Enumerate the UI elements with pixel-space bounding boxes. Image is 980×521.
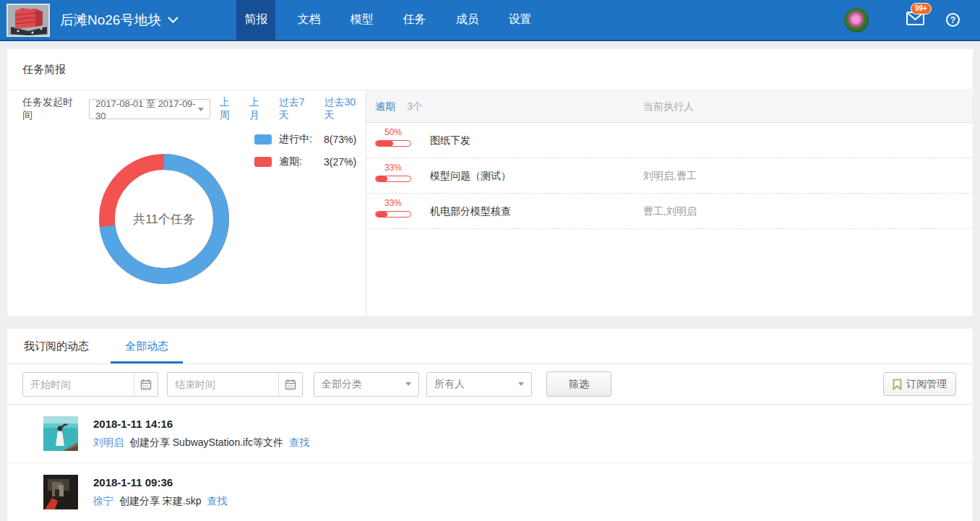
calendar-icon <box>285 379 296 390</box>
message-count-badge: 99+ <box>911 3 932 14</box>
progress-fill <box>376 141 393 146</box>
task-name[interactable]: 图纸下发 <box>430 123 470 158</box>
subscription-manage-label: 订阅管理 <box>906 378 947 391</box>
activity-find-link[interactable]: 查找 <box>207 495 227 507</box>
activity-filter-row: 全部分类 所有人 筛选 订阅管理 <box>7 364 973 405</box>
avatar-photo-dark <box>43 475 78 509</box>
tab-my-subscribed-activity[interactable]: 我订阅的动态 <box>22 329 90 363</box>
task-assignee: 曹工,刘明启 <box>643 194 697 229</box>
end-time-input[interactable] <box>168 379 278 390</box>
activity-row: 2018-1-11 14:16 刘明启 创建分享 SubwayStation.i… <box>7 405 973 463</box>
progress-fill <box>376 176 387 181</box>
tab-tasks[interactable]: 任务 <box>395 0 434 40</box>
chevron-down-icon <box>168 17 179 23</box>
project-switcher[interactable]: 后滩No26号地块 <box>60 11 179 30</box>
progress-bar <box>375 176 411 182</box>
person-select-value: 所有人 <box>434 378 465 391</box>
chart-legend: 进行中: 8(73%) 逾期: 3(27%) <box>254 133 356 178</box>
tab-all-activity[interactable]: 全部动态 <box>111 329 183 363</box>
building-thumbnail-icon <box>8 5 48 35</box>
project-name: 后滩No26号地块 <box>60 11 161 30</box>
start-time-input[interactable] <box>23 379 134 390</box>
progress-fill <box>376 212 387 217</box>
legend-value: 3(27%) <box>324 156 356 168</box>
quick-link-last-month[interactable]: 上月 <box>249 96 270 122</box>
caret-down-icon <box>405 382 411 386</box>
progress-bar <box>375 140 411 147</box>
tab-brief[interactable]: 简报 <box>236 0 275 40</box>
task-name[interactable]: 模型问题（测试） <box>430 158 511 194</box>
task-brief-card: 任务简报 任务发起时间 2017-08-01 至 2017-09-30 上周 上… <box>7 49 973 316</box>
activity-content: 2018-1-11 14:16 刘明启 创建分享 SubwayStation.i… <box>93 416 309 462</box>
overdue-count: 3个 <box>407 100 423 113</box>
task-donut-chart: 共11个任务 <box>92 147 236 291</box>
task-progress: 33% <box>375 194 411 228</box>
donut-center-label: 共11个任务 <box>92 147 236 291</box>
activity-user-link[interactable]: 徐宁 <box>93 495 113 507</box>
quick-link-past-7-days[interactable]: 过去7天 <box>279 96 315 122</box>
bookmark-icon <box>893 379 902 390</box>
start-time-field <box>22 372 158 397</box>
calendar-icon <box>140 379 152 390</box>
task-progress: 50% <box>375 123 411 158</box>
task-assignee: 刘明启,曹工 <box>643 158 697 194</box>
caret-down-icon <box>198 108 204 111</box>
tab-models[interactable]: 模型 <box>342 0 381 40</box>
legend-item-inprogress: 进行中: 8(73%) <box>254 133 356 146</box>
activity-timestamp: 2018-1-11 14:16 <box>93 418 309 430</box>
legend-label: 进行中: <box>279 133 324 146</box>
activity-row: 2018-1-11 09:36 徐宁 创建分享 宋建.skp 查找 <box>7 463 973 521</box>
filter-button[interactable]: 筛选 <box>546 371 611 397</box>
task-row[interactable]: 33% 模型问题（测试） 刘明启,曹工 <box>366 158 973 194</box>
topbar-right: 99+ ? <box>844 8 960 33</box>
task-row[interactable]: 33% 机电部分模型核查 曹工,刘明启 <box>366 194 973 229</box>
overdue-tab[interactable]: 逾期 <box>375 100 395 113</box>
end-time-field <box>167 372 303 397</box>
help-icon[interactable]: ? <box>946 13 960 27</box>
legend-swatch-blue <box>254 134 272 145</box>
person-select[interactable]: 所有人 <box>426 372 532 397</box>
activity-card: 我订阅的动态 全部动态 <box>7 329 973 521</box>
topbar: 后滩No26号地块 简报 文档 模型 任务 成员 设置 99+ ? <box>0 0 980 41</box>
avatar-photo-beach <box>43 416 78 451</box>
overdue-tasks-panel: 逾期 3个 当前执行人 50% 图纸下发 33% 模型问题（测试） 刘明启,曹 <box>366 91 973 316</box>
quick-link-last-week[interactable]: 上周 <box>220 96 240 122</box>
activity-find-link[interactable]: 查找 <box>289 436 309 448</box>
category-select[interactable]: 全部分类 <box>314 372 419 397</box>
quick-link-past-30-days[interactable]: 过去30天 <box>324 96 366 122</box>
activity-timestamp: 2018-1-11 09:36 <box>93 476 227 488</box>
task-brief-title: 任务简报 <box>7 49 973 90</box>
activity-avatar[interactable] <box>43 475 78 509</box>
progress-percent-label: 33% <box>384 198 402 208</box>
progress-bar <box>375 211 411 218</box>
activity-action: 创建分享 宋建.skp <box>119 495 202 507</box>
subscription-manage-button[interactable]: 订阅管理 <box>883 372 956 396</box>
activity-text: 徐宁 创建分享 宋建.skp 查找 <box>93 495 227 508</box>
project-logo[interactable] <box>7 4 50 37</box>
activity-user-link[interactable]: 刘明启 <box>93 436 124 448</box>
task-name[interactable]: 机电部分模型核查 <box>430 194 511 229</box>
legend-swatch-red <box>254 157 272 167</box>
start-calendar-button[interactable] <box>134 373 158 396</box>
user-avatar[interactable] <box>844 8 869 33</box>
caret-down-icon <box>518 382 524 386</box>
end-calendar-button[interactable] <box>278 373 302 396</box>
task-progress: 33% <box>375 158 411 193</box>
tab-settings[interactable]: 设置 <box>500 0 539 40</box>
date-range-dropdown[interactable]: 2017-08-01 至 2017-09-30 <box>89 99 210 119</box>
legend-item-overdue: 逾期: 3(27%) <box>254 155 356 168</box>
task-chart-panel: 任务发起时间 2017-08-01 至 2017-09-30 上周 上月 过去7… <box>7 91 366 316</box>
main-nav: 简报 文档 模型 任务 成员 设置 <box>236 0 553 40</box>
tab-documents[interactable]: 文档 <box>289 0 328 40</box>
task-row[interactable]: 50% 图纸下发 <box>366 123 973 158</box>
progress-percent-label: 50% <box>384 127 402 137</box>
legend-label: 逾期: <box>279 155 324 168</box>
activity-avatar[interactable] <box>43 416 78 451</box>
progress-percent-label: 33% <box>384 163 402 173</box>
overdue-panel-header: 逾期 3个 当前执行人 <box>366 91 973 123</box>
tab-members[interactable]: 成员 <box>447 0 486 40</box>
legend-value: 8(73%) <box>324 134 356 145</box>
date-range-value: 2017-08-01 至 2017-09-30 <box>95 98 198 121</box>
task-date-filter-row: 任务发起时间 2017-08-01 至 2017-09-30 上周 上月 过去7… <box>7 91 366 127</box>
messages-button[interactable]: 99+ <box>906 12 924 28</box>
